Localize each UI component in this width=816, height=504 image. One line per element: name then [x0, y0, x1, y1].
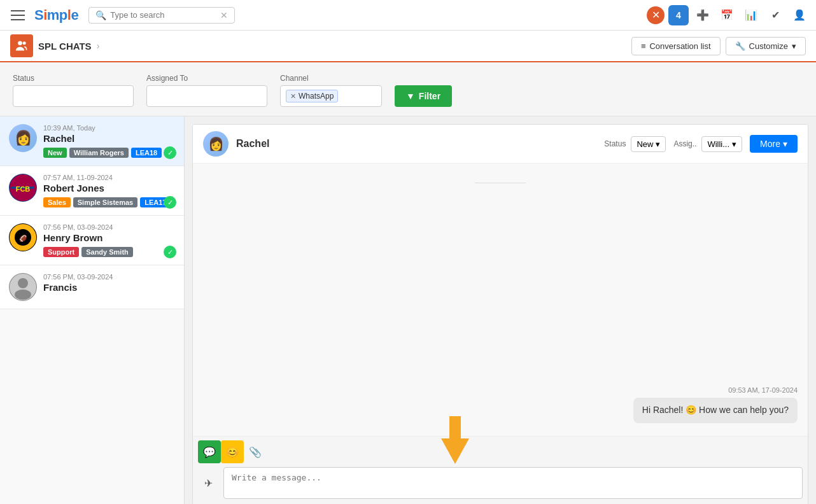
status-dropdown-arrow: ▾	[656, 139, 660, 149]
sidebar-contacts-list: 👩 10:39 AM, Today Rachel New William Rog…	[0, 116, 185, 504]
breadcrumb-arrow: ›	[97, 41, 100, 51]
channel-label: Channel	[280, 74, 382, 83]
assigned-to-filter-group: Assigned To	[146, 74, 267, 107]
message-bubble: Hi Rachel! 😊 How we can help you?	[633, 398, 798, 423]
contact-avatar-henry: 🏈	[9, 223, 37, 251]
breadcrumb-title: SPL CHATS	[38, 41, 92, 52]
more-dropdown-arrow: ▾	[783, 139, 787, 149]
search-bar[interactable]: 🔍 ✕	[88, 7, 235, 24]
whatsapp-badge-robert: ✓	[164, 196, 176, 209]
main-content: 👩 10:39 AM, Today Rachel New William Rog…	[0, 116, 816, 504]
calendar-icon[interactable]: 📅	[717, 5, 737, 25]
spl-chats-icon	[10, 34, 33, 57]
status-dropdown[interactable]: New ▾	[631, 136, 666, 152]
navbar: Simple 🔍 ✕ ✕ 4 ➕ 📅 📊 ✔ 👤	[0, 0, 816, 31]
contact-time-rachel: 10:39 AM, Today	[43, 124, 175, 132]
contact-info-henry: 07:56 PM, 03-09-2024 Henry Brown Support…	[43, 223, 175, 257]
notification-icon[interactable]: ✕	[647, 6, 665, 24]
contact-tags-robert: Sales Simple Sistemas LEA17	[43, 197, 175, 207]
svg-point-0	[18, 41, 22, 46]
contact-name-henry: Henry Brown	[43, 232, 175, 243]
assigned-to-input[interactable]	[146, 85, 267, 107]
status-filter-group: Status	[13, 74, 134, 107]
contact-avatar-robert: FCB	[9, 174, 37, 202]
message-input[interactable]	[223, 467, 803, 499]
emoji-button[interactable]: 😊	[221, 440, 244, 463]
chat-input-area: 💬 😊 📎 ✈	[193, 436, 808, 504]
contact-name-robert: Robert Jones	[43, 183, 175, 193]
filter-button[interactable]: ▼ Filter	[395, 85, 452, 107]
chart-icon[interactable]: 📊	[741, 5, 761, 25]
contact-tags-rachel: New William Rogers LEA18	[43, 148, 175, 158]
navbar-icons: ✕ 4 ➕ 📅 📊 ✔ 👤	[647, 5, 810, 25]
breadcrumb-left: SPL CHATS ›	[10, 34, 99, 57]
check-icon[interactable]: ✔	[765, 5, 785, 25]
channel-tag: ✕ WhatsApp	[286, 90, 338, 102]
status-filter-label: Status	[13, 74, 134, 83]
arrow-annotation	[441, 417, 469, 464]
channel-filter-input[interactable]: ✕ WhatsApp	[280, 85, 382, 107]
channel-filter-group: Channel ✕ WhatsApp	[280, 74, 382, 107]
whatsapp-badge-rachel: ✓	[164, 146, 176, 159]
customize-button[interactable]: 🔧 Customize ▾	[726, 37, 806, 55]
contact-item-francis[interactable]: 07:56 PM, 03-09-2024 Francis	[0, 265, 184, 309]
contact-name-rachel: Rachel	[43, 133, 175, 144]
more-label: More	[760, 139, 780, 149]
chat-header: 👩 Rachel Status New ▾ Assig.. Willi... ▾…	[193, 125, 808, 164]
tag-sandy-smith: Sandy Smith	[81, 247, 133, 257]
badge-4-icon[interactable]: 4	[668, 5, 689, 25]
contact-info-francis: 07:56 PM, 03-09-2024 Francis	[43, 273, 175, 297]
user-icon[interactable]: 👤	[789, 5, 810, 25]
chat-contact-avatar: 👩	[203, 131, 229, 157]
status-filter-input[interactable]	[13, 85, 134, 107]
channel-tag-remove[interactable]: ✕	[290, 92, 296, 101]
conversation-list-button[interactable]: ≡ Conversation list	[631, 37, 721, 55]
svg-point-9	[15, 290, 31, 300]
chat-assign-group: Assig.. Willi... ▾	[673, 136, 742, 152]
chat-area: 👩 Rachel Status New ▾ Assig.. Willi... ▾…	[192, 124, 808, 504]
assigned-to-label: Assigned To	[146, 74, 267, 83]
filter-icon: ▼	[406, 91, 415, 101]
tag-new: New	[43, 148, 67, 158]
contact-item-robert-jones[interactable]: FCB 07:57 AM, 11-09-2024 Robert Jones Sa…	[0, 166, 184, 216]
status-column-label: Status	[604, 139, 626, 148]
message-divider	[475, 183, 526, 183]
chat-status-group: Status New ▾	[604, 136, 666, 152]
clear-search-icon[interactable]: ✕	[220, 10, 228, 20]
status-value: New	[637, 139, 653, 149]
assign-column-label: Assig..	[673, 139, 696, 148]
svg-point-1	[23, 41, 26, 45]
message-timestamp: 09:53 AM, 17-09-2024	[203, 386, 798, 394]
send-button[interactable]: ✈	[198, 473, 218, 493]
arrow-shaft	[449, 416, 461, 438]
breadcrumb-bar: SPL CHATS › ≡ Conversation list 🔧 Custom…	[0, 31, 816, 62]
app-logo: Simple	[34, 7, 78, 24]
contact-item-rachel[interactable]: 👩 10:39 AM, Today Rachel New William Rog…	[0, 116, 184, 166]
chat-contact-name: Rachel	[236, 138, 596, 150]
tag-simple-sistemas: Simple Sistemas	[73, 197, 137, 207]
svg-text:FCB: FCB	[16, 185, 31, 193]
customize-icon: 🔧	[735, 41, 745, 51]
customize-label: Customize	[749, 41, 788, 51]
attachment-button[interactable]: 📎	[244, 440, 267, 463]
search-input[interactable]	[110, 10, 220, 20]
tag-support-henry: Support	[43, 247, 79, 257]
filter-bar: Status Assigned To Channel ✕ WhatsApp ▼ …	[0, 62, 816, 116]
contact-info-rachel: 10:39 AM, Today Rachel New William Roger…	[43, 124, 175, 158]
contact-avatar-francis	[9, 273, 37, 301]
assign-dropdown-arrow: ▾	[732, 139, 736, 149]
contact-item-henry-brown[interactable]: 🏈 07:56 PM, 03-09-2024 Henry Brown Suppo…	[0, 216, 184, 265]
message-tab-button[interactable]: 💬	[198, 440, 221, 463]
chat-messages: 09:53 AM, 17-09-2024 Hi Rachel! 😊 How we…	[193, 164, 808, 436]
add-icon[interactable]: ➕	[693, 5, 713, 25]
search-icon: 🔍	[95, 10, 106, 20]
svg-text:🏈: 🏈	[19, 234, 27, 242]
hamburger-menu[interactable]	[6, 4, 29, 27]
contact-name-francis: Francis	[43, 282, 175, 293]
more-button[interactable]: More ▾	[750, 135, 798, 153]
contact-tags-henry: Support Sandy Smith	[43, 247, 175, 257]
list-icon: ≡	[641, 41, 646, 51]
assign-dropdown[interactable]: Willi... ▾	[701, 136, 742, 152]
tag-lea18-rachel: LEA18	[131, 148, 162, 158]
customize-arrow-icon: ▾	[792, 41, 796, 51]
